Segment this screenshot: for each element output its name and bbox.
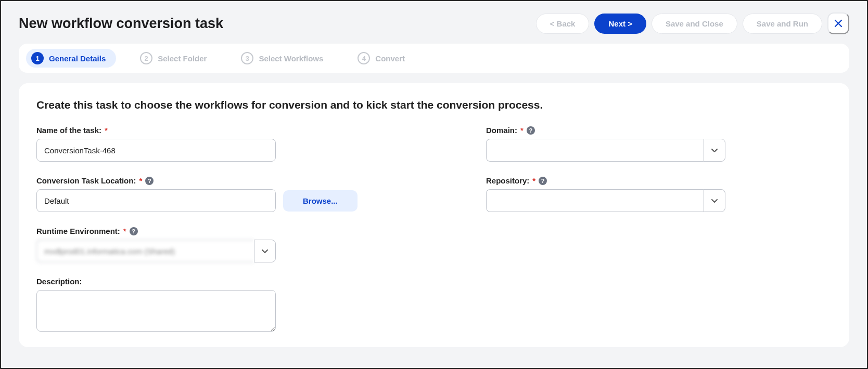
help-icon[interactable]: ? (145, 177, 154, 185)
step-number: 1 (31, 52, 44, 64)
field-label-row: Repository: * ? (486, 176, 832, 185)
close-button[interactable] (827, 12, 849, 34)
select-value (486, 189, 704, 212)
step-number: 2 (140, 52, 152, 64)
required-marker: * (532, 176, 535, 185)
repository-select[interactable] (486, 189, 725, 212)
step-label: Select Folder (158, 54, 207, 63)
step-label: Select Workflows (259, 54, 323, 63)
step-general-details[interactable]: 1 General Details (26, 49, 116, 68)
select-value: mvdlprod01.informatica.com (Shared) (36, 240, 254, 262)
field-label-row: Description: (36, 277, 382, 286)
step-select-workflows[interactable]: 3 Select Workflows (236, 49, 334, 68)
step-number: 4 (358, 52, 370, 64)
field-label: Name of the task: (36, 126, 101, 135)
step-number: 3 (241, 52, 253, 64)
chevron-down-icon (704, 189, 725, 212)
required-marker: * (520, 126, 524, 135)
field-label-row: Domain: * ? (486, 126, 832, 135)
field-label: Conversion Task Location: (36, 176, 136, 185)
close-icon (834, 19, 843, 28)
chevron-down-icon (254, 240, 276, 262)
chevron-down-icon (704, 139, 725, 162)
field-location: Conversion Task Location: * ? Browse... (36, 176, 382, 212)
help-icon[interactable]: ? (527, 126, 535, 135)
required-marker: * (123, 227, 126, 235)
step-select-folder[interactable]: 2 Select Folder (135, 49, 217, 68)
spacer (486, 227, 832, 262)
required-marker: * (105, 126, 108, 135)
field-label: Runtime Environment: (36, 227, 120, 235)
wizard-stepper: 1 General Details 2 Select Folder 3 Sele… (19, 44, 849, 73)
field-name: Name of the task: * (36, 126, 382, 162)
field-label-row: Name of the task: * (36, 126, 382, 135)
dialog-window: New workflow conversion task < Back Next… (0, 0, 868, 369)
required-marker: * (139, 176, 142, 185)
name-input[interactable] (36, 139, 276, 162)
next-button[interactable]: Next > (594, 14, 646, 34)
field-repository: Repository: * ? (486, 176, 832, 212)
field-description: Description: (36, 277, 382, 332)
domain-select[interactable] (486, 139, 725, 162)
field-label: Description: (36, 277, 82, 286)
panel-heading: Create this task to choose the workflows… (36, 99, 832, 111)
location-input[interactable] (36, 189, 276, 212)
field-domain: Domain: * ? (486, 126, 832, 162)
location-row: Browse... (36, 189, 382, 212)
help-icon[interactable]: ? (539, 177, 547, 185)
back-button[interactable]: < Back (536, 14, 590, 34)
field-label-row: Runtime Environment: * ? (36, 227, 382, 235)
field-label-row: Conversion Task Location: * ? (36, 176, 382, 185)
help-icon[interactable]: ? (130, 227, 138, 235)
save-and-close-button[interactable]: Save and Close (652, 14, 737, 34)
form-grid: Name of the task: * Domain: * ? (36, 126, 832, 332)
dialog-header: New workflow conversion task < Back Next… (1, 1, 867, 41)
field-label: Repository: (486, 176, 529, 185)
runtime-select[interactable]: mvdlprod01.informatica.com (Shared) (36, 240, 276, 262)
select-value (486, 139, 704, 162)
step-convert[interactable]: 4 Convert (352, 49, 415, 68)
step-label: Convert (375, 54, 405, 63)
save-and-run-button[interactable]: Save and Run (743, 14, 822, 34)
page-title: New workflow conversion task (19, 16, 531, 32)
step-label: General Details (49, 54, 106, 63)
browse-button[interactable]: Browse... (283, 190, 358, 212)
field-label: Domain: (486, 126, 517, 135)
description-textarea[interactable] (36, 290, 276, 332)
field-runtime-env: Runtime Environment: * ? mvdlprod01.info… (36, 227, 382, 262)
form-panel: Create this task to choose the workflows… (19, 83, 849, 347)
